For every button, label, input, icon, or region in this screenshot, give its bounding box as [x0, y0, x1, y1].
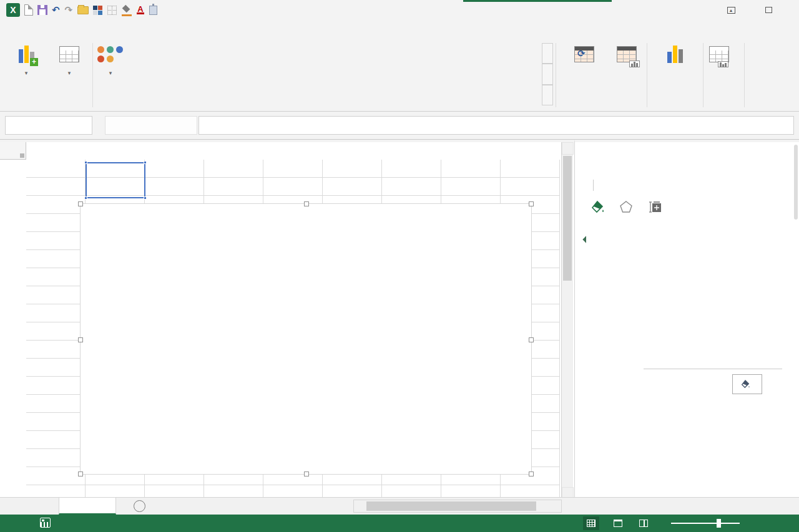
pane-tabs: [586, 180, 600, 191]
chart-handle[interactable]: [529, 337, 534, 342]
add-chart-element-icon: +: [16, 44, 37, 65]
fill-line-icon[interactable]: [590, 200, 605, 215]
save-icon[interactable]: [36, 3, 49, 17]
fill-bucket-icon: [740, 379, 751, 389]
gallery-more-icon[interactable]: [542, 85, 553, 105]
scroll-right-icon[interactable]: [549, 500, 561, 512]
borders-icon[interactable]: [106, 3, 119, 17]
title-bar: X ↶ ↷ A ▴: [0, 0, 799, 20]
format-chart-area-pane: [574, 140, 799, 497]
chart-handle[interactable]: [529, 201, 534, 206]
formula-input[interactable]: [199, 116, 794, 135]
sheet-tab-bar: [0, 497, 799, 515]
worksheet: [0, 140, 574, 497]
name-box[interactable]: [5, 116, 92, 135]
quick-access-toolbar: X ↶ ↷ A: [5, 3, 164, 17]
font-color-icon[interactable]: A: [135, 3, 145, 17]
excel-logo-icon[interactable]: X: [5, 3, 21, 17]
add-chart-element-button[interactable]: +: [4, 44, 49, 78]
scroll-left-icon[interactable]: [354, 500, 366, 512]
move-chart-button[interactable]: [699, 44, 739, 67]
move-chart-icon: [708, 44, 730, 65]
page-break-view-icon[interactable]: [635, 516, 652, 530]
color-picker-button[interactable]: [732, 374, 762, 394]
chart-handle[interactable]: [304, 201, 309, 206]
chart-handle[interactable]: [529, 472, 534, 476]
chart-tools-accent-strip: [463, 0, 612, 2]
chart-handle[interactable]: [304, 472, 309, 476]
vertical-scrollbar[interactable]: [561, 142, 573, 500]
select-all-corner[interactable]: [0, 142, 26, 160]
color-row: [614, 374, 788, 395]
close-icon[interactable]: [778, 2, 797, 18]
qat-customize-icon[interactable]: [160, 3, 164, 17]
pie-chart-object[interactable]: [80, 203, 532, 475]
pie-3d-top[interactable]: [104, 213, 483, 395]
macro-record-icon[interactable]: [40, 518, 51, 528]
quick-layout-button[interactable]: [51, 44, 87, 78]
fill-color-icon[interactable]: [120, 3, 134, 17]
select-data-icon: [616, 44, 637, 65]
tab-chart-options[interactable]: [586, 181, 587, 190]
change-colors-icon: [100, 44, 121, 65]
switch-row-column-button[interactable]: ⟳: [561, 44, 608, 67]
chart-handle[interactable]: [78, 472, 83, 476]
formula-buttons: [105, 116, 197, 135]
ribbon-display-options-icon[interactable]: ▴: [722, 2, 740, 18]
help-icon[interactable]: [703, 2, 722, 18]
change-chart-type-button[interactable]: [649, 44, 700, 67]
theme-colors-icon[interactable]: [92, 3, 104, 17]
zoom-slider-thumb[interactable]: [717, 519, 721, 528]
sheet-tab-sheet1[interactable]: [59, 498, 116, 515]
horizontal-scrollbar[interactable]: [353, 500, 562, 513]
normal-view-icon[interactable]: [583, 516, 599, 530]
gallery-up-icon[interactable]: [542, 43, 553, 64]
effects-icon[interactable]: [619, 200, 634, 215]
fill-section-header[interactable]: [584, 237, 594, 242]
open-icon[interactable]: [76, 3, 90, 17]
formula-bar-row: [0, 112, 799, 140]
maximize-icon[interactable]: [759, 2, 778, 18]
pane-scrollbar[interactable]: [794, 145, 798, 220]
select-data-button[interactable]: [610, 44, 643, 67]
horizontal-scroll-thumb[interactable]: [366, 501, 536, 511]
pane-icon-tabs: [590, 200, 664, 215]
zoom-slider[interactable]: [671, 523, 740, 524]
redo-icon[interactable]: ↷: [64, 3, 75, 17]
ribbon-tab-row: [0, 20, 799, 41]
vertical-scroll-thumb[interactable]: [563, 156, 572, 281]
new-sheet-icon[interactable]: [134, 500, 145, 512]
size-properties-icon[interactable]: [647, 200, 664, 215]
format-painter-icon[interactable]: [148, 3, 159, 17]
chart-styles-gallery: [127, 43, 540, 105]
collapse-triangle-icon: [582, 236, 589, 243]
new-file-icon[interactable]: [23, 3, 34, 17]
ribbon: + ⟳: [0, 41, 799, 112]
gallery-scroll: [542, 43, 553, 105]
change-chart-type-icon: [664, 44, 685, 65]
status-bar: [0, 515, 799, 532]
scroll-up-icon[interactable]: [562, 142, 574, 155]
window-controls: ▴: [703, 0, 797, 20]
excel-window: X ↶ ↷ A ▴ +: [0, 0, 799, 532]
undo-icon[interactable]: ↶: [51, 3, 62, 17]
switch-row-column-icon: ⟳: [574, 44, 595, 65]
quick-layout-icon: [59, 44, 80, 65]
page-layout-view-icon[interactable]: [610, 516, 626, 530]
gallery-down-icon[interactable]: [542, 64, 553, 84]
chart-handle[interactable]: [78, 201, 83, 206]
minimize-icon[interactable]: [740, 2, 759, 18]
change-colors-button[interactable]: [95, 44, 126, 78]
chart-handle[interactable]: [78, 337, 83, 342]
